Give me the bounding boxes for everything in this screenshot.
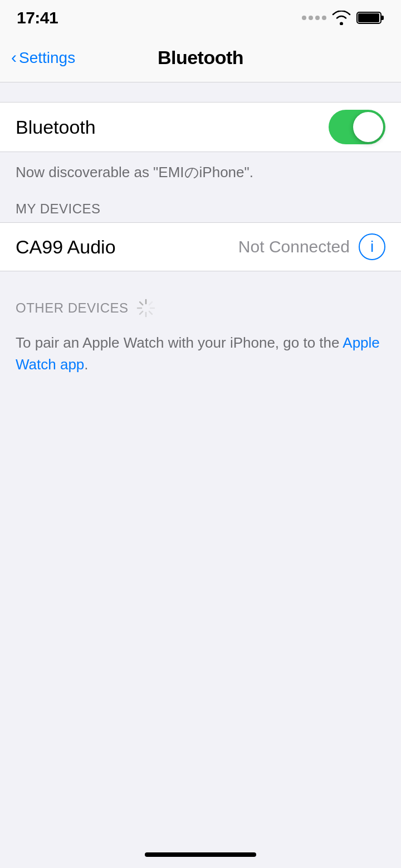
top-spacer — [0, 82, 401, 102]
other-devices-header: OTHER DEVICES — [0, 291, 401, 323]
status-time: 17:41 — [17, 8, 58, 27]
other-devices-label: OTHER DEVICES — [16, 300, 129, 316]
svg-line-10 — [140, 311, 143, 314]
svg-line-9 — [149, 302, 151, 305]
apple-watch-text-before: To pair an Apple Watch with your iPhone,… — [16, 334, 343, 351]
home-indicator — [145, 852, 256, 857]
wifi-icon — [332, 11, 351, 25]
other-devices-spacer — [0, 271, 401, 291]
device-row: CA99 Audio Not Connected i — [0, 222, 401, 271]
bluetooth-section: Bluetooth — [0, 102, 401, 152]
svg-line-7 — [140, 302, 143, 305]
svg-line-8 — [149, 311, 151, 314]
back-chevron-icon: ‹ — [11, 49, 17, 66]
toggle-track — [329, 110, 385, 144]
discoverable-text: Now discoverable as "EMIのiPhone". — [0, 152, 401, 193]
page-title: Bluetooth — [158, 47, 243, 69]
back-label: Settings — [19, 49, 75, 67]
status-icons — [302, 11, 384, 25]
device-status-wrapper: Not Connected i — [238, 233, 385, 260]
svg-rect-2 — [381, 16, 384, 20]
bluetooth-toggle[interactable] — [329, 110, 385, 144]
back-button[interactable]: ‹ Settings — [11, 49, 75, 67]
signal-dots-icon — [302, 16, 326, 20]
scanning-spinner-icon — [136, 299, 155, 318]
battery-icon — [356, 11, 384, 25]
apple-watch-pairing-text: To pair an Apple Watch with your iPhone,… — [0, 323, 401, 376]
svg-rect-1 — [358, 13, 379, 22]
device-info-button[interactable]: i — [359, 233, 385, 260]
apple-watch-text-after: . — [84, 356, 88, 373]
info-icon: i — [370, 238, 374, 256]
my-devices-header: MY DEVICES — [0, 193, 401, 222]
status-bar: 17:41 — [0, 0, 401, 33]
bluetooth-row: Bluetooth — [0, 103, 401, 152]
device-name: CA99 Audio — [16, 236, 116, 258]
nav-bar: ‹ Settings Bluetooth — [0, 33, 401, 82]
device-status: Not Connected — [238, 237, 350, 256]
toggle-thumb — [353, 112, 383, 142]
bluetooth-label: Bluetooth — [16, 116, 96, 138]
